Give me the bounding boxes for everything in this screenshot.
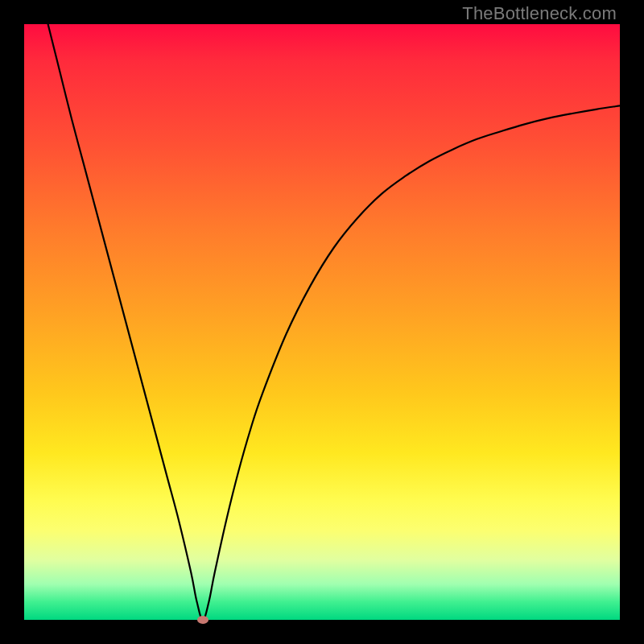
chart-frame: TheBottleneck.com: [0, 0, 644, 644]
watermark-text: TheBottleneck.com: [462, 3, 617, 24]
bottleneck-curve: [48, 24, 620, 620]
curve-svg: [24, 24, 620, 620]
optimal-point-marker: [197, 616, 208, 624]
plot-area: [24, 24, 620, 620]
